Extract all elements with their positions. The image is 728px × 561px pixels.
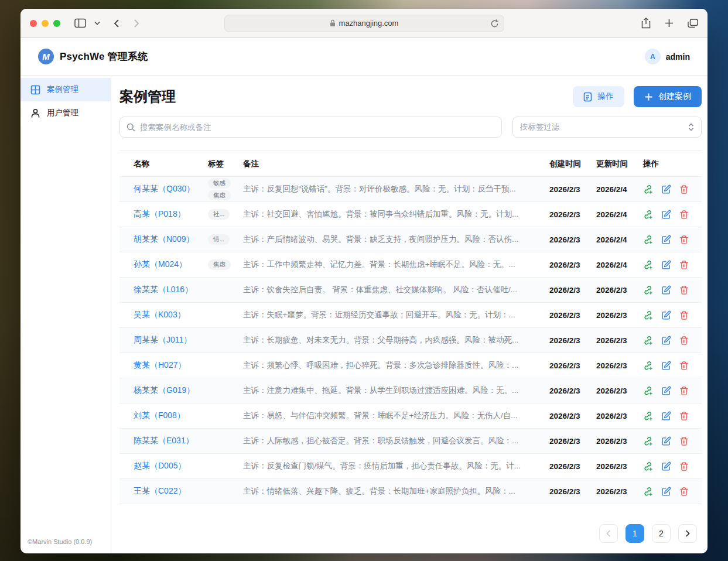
- edit-icon[interactable]: [661, 184, 671, 194]
- case-name-link[interactable]: 何某某（Q030）: [134, 184, 208, 194]
- link-add-icon[interactable]: [643, 310, 653, 320]
- updated-date: 2026/2/4: [596, 235, 643, 244]
- table-row: 黄某（H027） 主诉：频繁心悸、呼吸困难，担心猝死。背景：多次急诊排除器质性。…: [119, 353, 702, 378]
- link-add-icon[interactable]: [643, 411, 653, 421]
- col-created: 创建时间: [549, 159, 596, 169]
- case-note: 主诉：易怒、与伴侣冲突频繁。背景：睡眠不足+经济压力。风险：无伤人/自...: [243, 411, 549, 421]
- case-name-link[interactable]: 杨某某（G019）: [134, 385, 208, 396]
- link-add-icon[interactable]: [643, 487, 653, 497]
- delete-icon[interactable]: [679, 285, 689, 295]
- delete-icon[interactable]: [679, 487, 689, 497]
- user-avatar[interactable]: A: [645, 49, 661, 64]
- edit-icon[interactable]: [661, 386, 671, 396]
- case-name-link[interactable]: 陈某某（E031）: [134, 436, 208, 446]
- link-add-icon[interactable]: [643, 184, 653, 194]
- edit-icon[interactable]: [661, 285, 671, 295]
- zoom-window-button[interactable]: [53, 20, 60, 27]
- col-tags: 标签: [208, 159, 243, 169]
- link-add-icon[interactable]: [643, 386, 653, 396]
- case-name-link[interactable]: 孙某（M024）: [134, 259, 208, 270]
- link-add-icon[interactable]: [643, 461, 653, 471]
- case-note: 主诉：产后情绪波动、易哭。背景：缺乏支持，夜间照护压力。风险：否认伤...: [243, 234, 549, 245]
- page-button-2[interactable]: 2: [652, 524, 671, 543]
- reload-icon[interactable]: [490, 19, 499, 29]
- edit-icon[interactable]: [661, 411, 671, 421]
- edit-icon[interactable]: [661, 310, 671, 320]
- edit-icon[interactable]: [661, 361, 671, 371]
- tag-filter-select[interactable]: 按标签过滤: [512, 117, 702, 138]
- case-name-link[interactable]: 黄某（H027）: [134, 360, 208, 371]
- updated-date: 2026/2/3: [596, 487, 643, 496]
- link-add-icon[interactable]: [643, 336, 653, 346]
- table-row: 王某（C022） 主诉：情绪低落、兴趣下降、疲乏。背景：长期加班+家庭照护负担。…: [119, 479, 702, 504]
- username[interactable]: admin: [666, 52, 690, 61]
- share-icon[interactable]: [641, 18, 651, 29]
- url-text: mazhangjing.com: [339, 19, 399, 28]
- created-date: 2026/2/3: [549, 286, 596, 295]
- forward-icon[interactable]: [134, 19, 140, 28]
- minimize-window-button[interactable]: [42, 20, 49, 27]
- sidebar: 案例管理 用户管理 ©Marvin Studio (0.0.9): [20, 76, 111, 553]
- delete-icon[interactable]: [679, 210, 689, 220]
- sidebar-item-user-management[interactable]: 用户管理: [20, 101, 111, 125]
- edit-icon[interactable]: [661, 336, 671, 346]
- delete-icon[interactable]: [679, 361, 689, 371]
- sidebar-toggle-icon[interactable]: [74, 18, 86, 28]
- case-name-link[interactable]: 刘某（F008）: [134, 411, 208, 421]
- delete-icon[interactable]: [679, 411, 689, 421]
- back-icon[interactable]: [113, 19, 119, 28]
- new-tab-icon[interactable]: [665, 19, 674, 28]
- link-add-icon[interactable]: [643, 260, 653, 270]
- case-name-link[interactable]: 高某（P018）: [134, 209, 208, 220]
- updated-date: 2026/2/4: [596, 210, 643, 219]
- edit-icon[interactable]: [661, 260, 671, 270]
- search-input[interactable]: [140, 123, 495, 132]
- close-window-button[interactable]: [30, 20, 37, 27]
- address-bar[interactable]: mazhangjing.com: [224, 15, 504, 32]
- delete-icon[interactable]: [679, 386, 689, 396]
- tag-pill: 敏感: [208, 178, 231, 189]
- delete-icon[interactable]: [679, 235, 689, 245]
- case-name-link[interactable]: 王某（C022）: [134, 486, 208, 497]
- table-row: 刘某（F008） 主诉：易怒、与伴侣冲突频繁。背景：睡眠不足+经济压力。风险：无…: [119, 403, 702, 429]
- updated-date: 2026/2/3: [596, 286, 643, 295]
- case-name-link[interactable]: 徐某某（L016）: [134, 285, 208, 295]
- created-date: 2026/2/3: [549, 210, 596, 219]
- updated-date: 2026/2/4: [596, 261, 643, 269]
- case-name-link[interactable]: 周某某（J011）: [134, 335, 208, 346]
- delete-icon[interactable]: [679, 184, 689, 194]
- page-button-1[interactable]: 1: [626, 524, 644, 543]
- case-note: 主诉：注意力难集中、拖延。背景：从学生到职场过渡适应困难。风险：无。...: [243, 385, 549, 396]
- grid-icon: [30, 85, 40, 95]
- sidebar-item-case-management[interactable]: 案例管理: [20, 78, 111, 101]
- case-name-link[interactable]: 胡某某（N009）: [134, 234, 208, 245]
- case-name-link[interactable]: 赵某（D005）: [134, 461, 208, 471]
- link-add-icon[interactable]: [643, 235, 653, 245]
- next-page-button[interactable]: [678, 524, 697, 543]
- tab-overview-icon[interactable]: [688, 19, 698, 28]
- delete-icon[interactable]: [679, 260, 689, 270]
- edit-icon[interactable]: [661, 487, 671, 497]
- delete-icon[interactable]: [679, 461, 689, 471]
- delete-icon[interactable]: [679, 336, 689, 346]
- case-name-link[interactable]: 吴某（K003）: [134, 310, 208, 320]
- created-date: 2026/2/3: [549, 361, 596, 370]
- edit-icon[interactable]: [661, 210, 671, 220]
- prev-page-button[interactable]: [599, 524, 618, 543]
- link-add-icon[interactable]: [643, 285, 653, 295]
- create-case-button[interactable]: 创建案例: [634, 86, 702, 107]
- edit-icon[interactable]: [661, 436, 671, 446]
- edit-icon[interactable]: [661, 235, 671, 245]
- case-note: 主诉：失眠+噩梦。背景：近期经历交通事故；回避开车。风险：无。计划：...: [243, 310, 549, 320]
- link-add-icon[interactable]: [643, 436, 653, 446]
- link-add-icon[interactable]: [643, 210, 653, 220]
- case-table: 名称 标签 备注 创建时间 更新时间 操作 何某某（Q030） 敏感焦虑 主诉：…: [119, 150, 702, 504]
- link-add-icon[interactable]: [643, 361, 653, 371]
- chevron-down-icon[interactable]: [94, 21, 100, 25]
- delete-icon[interactable]: [679, 436, 689, 446]
- app-title: PsychWe 管理系统: [60, 50, 148, 63]
- operate-button[interactable]: 操作: [573, 86, 624, 107]
- col-note: 备注: [243, 159, 549, 169]
- edit-icon[interactable]: [661, 461, 671, 471]
- delete-icon[interactable]: [679, 310, 689, 320]
